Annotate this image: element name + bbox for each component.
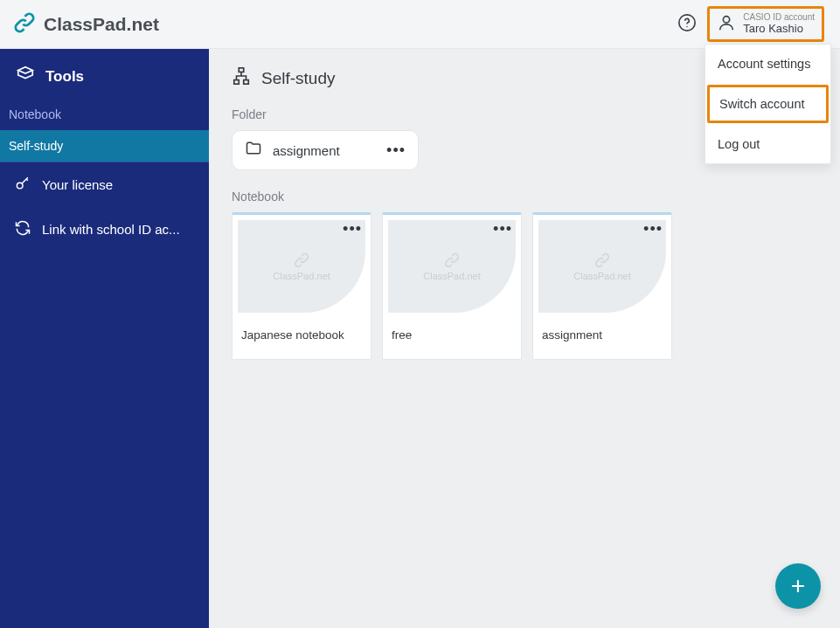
sidebar-link-school-id[interactable]: Link with school ID ac... <box>0 207 209 252</box>
card-title: assignment <box>533 318 671 359</box>
folder-icon <box>245 140 262 161</box>
notebook-card[interactable]: ClassPad.net ••• assignment <box>532 212 672 360</box>
svg-rect-5 <box>234 80 240 85</box>
card-title: Japanese notebook <box>233 318 371 359</box>
tools-icon <box>16 65 35 88</box>
folder-more-button[interactable]: ••• <box>386 141 406 160</box>
card-more-button[interactable]: ••• <box>343 220 362 238</box>
page-title-text: Self-study <box>261 69 335 88</box>
card-thumbnail: ClassPad.net ••• <box>383 215 521 318</box>
account-button[interactable]: CASIO ID account Taro Kashio <box>707 6 824 41</box>
sidebar: Tools Notebook Self-study Your license <box>0 49 209 628</box>
menu-item-log-out[interactable]: Log out <box>705 125 830 163</box>
watermark: ClassPad.net <box>273 252 330 281</box>
card-title: free <box>383 318 521 359</box>
brand-icon <box>12 10 37 38</box>
folder-item[interactable]: assignment ••• <box>232 130 419 170</box>
notebook-section-label: Notebook <box>232 190 817 204</box>
sync-icon <box>14 219 31 239</box>
notebook-card-row: ClassPad.net ••• Japanese notebook Class… <box>232 212 817 360</box>
brand-text: ClassPad.net <box>44 14 159 35</box>
svg-point-1 <box>687 25 688 26</box>
add-button[interactable]: + <box>775 563 821 609</box>
menu-item-switch-account[interactable]: Switch account <box>707 85 829 123</box>
sidebar-link-label: Link with school ID ac... <box>42 222 180 237</box>
card-more-button[interactable]: ••• <box>643 220 663 238</box>
card-thumbnail: ClassPad.net ••• <box>233 215 371 318</box>
sidebar-link-license[interactable]: Your license <box>0 162 209 207</box>
notebook-card[interactable]: ClassPad.net ••• free <box>382 212 522 360</box>
help-button[interactable] <box>674 11 700 38</box>
sidebar-group-label: Tools <box>45 68 84 86</box>
menu-item-account-settings[interactable]: Account settings <box>705 45 830 83</box>
account-menu: Account settings Switch account Log out <box>705 44 831 164</box>
svg-rect-4 <box>239 68 244 72</box>
sidebar-item-notebook[interactable]: Notebook <box>0 99 209 130</box>
svg-point-2 <box>724 16 730 22</box>
sitemap-icon <box>232 66 251 90</box>
sidebar-item-self-study[interactable]: Self-study <box>0 130 209 162</box>
watermark: ClassPad.net <box>423 252 480 281</box>
user-icon <box>717 13 736 36</box>
account-name: Taro Kashio <box>743 23 815 36</box>
card-thumbnail: ClassPad.net ••• <box>533 215 671 318</box>
svg-rect-6 <box>244 80 249 85</box>
watermark: ClassPad.net <box>573 252 630 281</box>
svg-point-3 <box>17 183 23 189</box>
sidebar-group-tools: Tools <box>0 49 209 99</box>
key-icon <box>14 175 31 195</box>
app-header: ClassPad.net CASIO ID account Taro Kashi… <box>0 0 840 49</box>
folder-name: assignment <box>273 143 376 158</box>
sidebar-link-label: Your license <box>42 177 113 192</box>
card-more-button[interactable]: ••• <box>493 220 512 238</box>
help-icon <box>677 13 697 36</box>
brand: ClassPad.net <box>12 10 159 38</box>
notebook-card[interactable]: ClassPad.net ••• Japanese notebook <box>232 212 371 360</box>
plus-icon: + <box>791 572 805 600</box>
